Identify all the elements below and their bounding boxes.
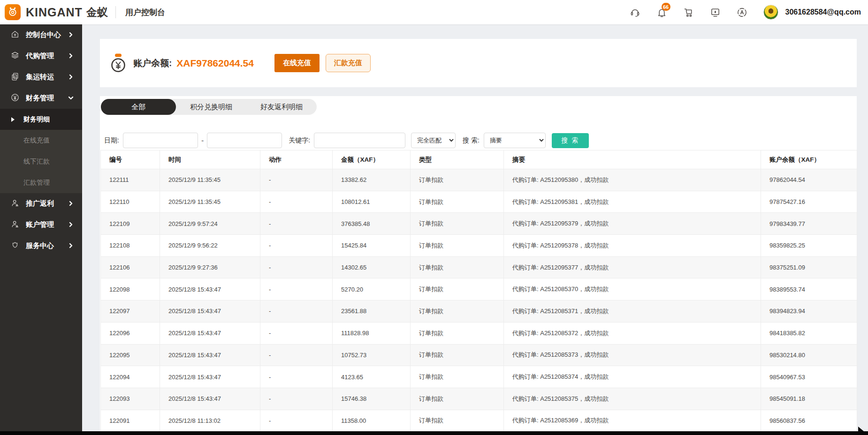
table-cell: 代购订单: A2512085369，成功扣款 — [504, 410, 761, 432]
tab-points-exchange[interactable]: 积分兑换明细 — [176, 99, 246, 115]
sidebar-item-label: 账户管理 — [26, 220, 54, 229]
account-icon — [10, 219, 20, 231]
table-cell: 10752.73 — [333, 344, 411, 366]
chevron-right-icon — [68, 242, 74, 250]
table-cell: 代购订单: A2512095377，成功扣款 — [504, 256, 761, 278]
transactions-card: 全部 积分兑换明细 好友返利明细 日期: - 关键字: 完全匹配 搜 索: 摘要… — [100, 96, 857, 435]
table-cell: - — [260, 256, 333, 278]
table-cell: 2025/12/9 11:35:45 — [160, 169, 260, 191]
sidebar-item-console-center[interactable]: 控制台中心 — [0, 24, 82, 45]
submenu-item-online-recharge[interactable]: 在线充值 — [0, 130, 82, 151]
table-cell: 15425.84 — [333, 235, 411, 257]
table-row: 1220982025/12/8 15:43:47-5270.20订单扣款代购订单… — [101, 278, 857, 300]
table-row: 1221082025/12/9 9:56:22-15425.84订单扣款代购订单… — [101, 235, 857, 257]
submenu-item-finance-details[interactable]: 财务明细 — [0, 109, 82, 130]
table-cell: 98359825.25 — [761, 235, 857, 257]
column-header-amount: 金额（XAF） — [333, 150, 411, 169]
table-cell: 代购订单: A2512085372，成功扣款 — [504, 322, 761, 344]
transfer-icon — [10, 72, 20, 83]
table-cell: - — [260, 344, 333, 366]
user-email[interactable]: 3061628584@qq.com — [785, 8, 861, 16]
table-cell: 98560837.56 — [761, 410, 857, 432]
table-cell: - — [260, 278, 333, 300]
table-cell: 2025/12/9 9:56:22 — [160, 235, 260, 257]
table-cell: 122094 — [101, 366, 160, 388]
sidebar-item-referral-rebate[interactable]: 推广返利 — [0, 193, 82, 214]
balance-label: 账户余额: — [133, 57, 172, 69]
table-cell: 代购订单: A2512095379，成功扣款 — [504, 213, 761, 235]
chevron-right-icon — [68, 52, 74, 60]
table-cell: 23561.88 — [333, 300, 411, 322]
sidebar-item-finance[interactable]: 财务管理 — [0, 88, 82, 109]
sidebar-item-purchasing[interactable]: 代购管理 — [0, 45, 82, 67]
table-cell: 代购订单: A2512095378，成功扣款 — [504, 235, 761, 257]
remit-recharge-button[interactable]: 汇款充值 — [326, 54, 371, 72]
sidebar-item-label: 集运转运 — [26, 73, 54, 82]
table-cell: 98375251.09 — [761, 256, 857, 278]
submenu-item-remittance-management[interactable]: 汇款管理 — [0, 172, 82, 193]
sidebar-item-service-center[interactable]: 服务中心 — [0, 235, 82, 256]
date-label: 日期: — [104, 136, 119, 145]
table-cell: 2025/12/8 15:43:47 — [160, 344, 260, 366]
date-end-input[interactable] — [207, 133, 282, 148]
table-cell: 2025/12/9 9:27:36 — [160, 256, 260, 278]
table-cell: 11358.00 — [333, 410, 411, 432]
home-icon — [10, 30, 20, 41]
match-mode-select[interactable]: 完全匹配 — [411, 133, 456, 148]
table-cell: 代购订单: A2512085375，成功扣款 — [504, 388, 761, 410]
search-label: 搜 索: — [463, 136, 480, 145]
headset-icon[interactable] — [630, 7, 641, 18]
brand-name-en: KINGANT — [26, 6, 83, 19]
table-cell: 2025/12/8 15:43:47 — [160, 322, 260, 344]
column-header-id: 编号 — [101, 150, 160, 169]
table-row: 1221112025/12/9 11:35:45-13382.62订单扣款代购订… — [101, 169, 857, 191]
sidebar-item-consolidation[interactable]: 集运转运 — [0, 67, 82, 88]
table-cell: 2025/12/8 15:43:47 — [160, 300, 260, 322]
notification-badge: 66 — [662, 3, 670, 11]
table-cell: 122106 — [101, 256, 160, 278]
table-cell: 2025/12/9 11:35:45 — [160, 191, 260, 213]
date-start-input[interactable] — [123, 133, 198, 148]
filter-bar: 日期: - 关键字: 完全匹配 搜 索: 摘要 搜 索 — [104, 133, 589, 148]
submenu-item-offline-remittance[interactable]: 线下汇款 — [0, 151, 82, 172]
tab-all[interactable]: 全部 — [101, 99, 176, 115]
bell-icon[interactable]: 66 — [656, 7, 668, 18]
table-cell: 122108 — [101, 235, 160, 257]
table-cell: 98394823.94 — [761, 300, 857, 322]
table-cell: 122095 — [101, 344, 160, 366]
brand-name-cn: 金蚁 — [86, 5, 108, 20]
keyword-input[interactable] — [314, 133, 405, 148]
table-cell: 98540967.53 — [761, 366, 857, 388]
table-cell: 98418385.82 — [761, 322, 857, 344]
brand-logo[interactable] — [5, 4, 21, 20]
user-avatar[interactable] — [763, 5, 778, 20]
table-cell: 订单扣款 — [411, 300, 504, 322]
ant-icon — [7, 5, 19, 19]
tab-friend-rebate[interactable]: 好友返利明细 — [246, 99, 317, 115]
table-cell: 122110 — [101, 191, 160, 213]
chevron-right-icon — [68, 221, 74, 229]
sidebar-item-account-management[interactable]: 账户管理 — [0, 214, 82, 235]
table-cell: 122093 — [101, 388, 160, 410]
finance-icon — [10, 93, 20, 104]
table-cell: - — [260, 366, 333, 388]
table-cell: 2025/12/8 15:43:47 — [160, 388, 260, 410]
table-cell: 2025/12/9 9:57:24 — [160, 213, 260, 235]
search-button[interactable]: 搜 索 — [552, 133, 589, 148]
search-field-select[interactable]: 摘要 — [484, 133, 546, 148]
cart-icon[interactable] — [683, 7, 694, 18]
language-icon[interactable] — [737, 7, 748, 18]
range-separator: - — [201, 136, 204, 145]
finance-submenu: 财务明细 在线充值 线下汇款 汇款管理 — [0, 109, 82, 193]
table-row: 1220972025/12/8 15:43:47-23561.88订单扣款代购订… — [101, 300, 857, 322]
table-cell: 122096 — [101, 322, 160, 344]
online-recharge-button[interactable]: 在线充值 — [274, 54, 320, 72]
table-cell: 订单扣款 — [411, 410, 504, 432]
table-cell: 97983439.77 — [761, 213, 857, 235]
table-cell: 订单扣款 — [411, 344, 504, 366]
table-cell: 代购订单: A2512085373，成功扣款 — [504, 344, 761, 366]
monitor-icon[interactable] — [710, 7, 721, 18]
table-row: 1220962025/12/8 15:43:47-111828.98订单扣款代购… — [101, 322, 857, 344]
table-cell: 订单扣款 — [411, 213, 504, 235]
transactions-table: 编号 时间 动作 金额（XAF） 类型 摘要 账户余额（XAF） 1221112… — [100, 150, 857, 432]
